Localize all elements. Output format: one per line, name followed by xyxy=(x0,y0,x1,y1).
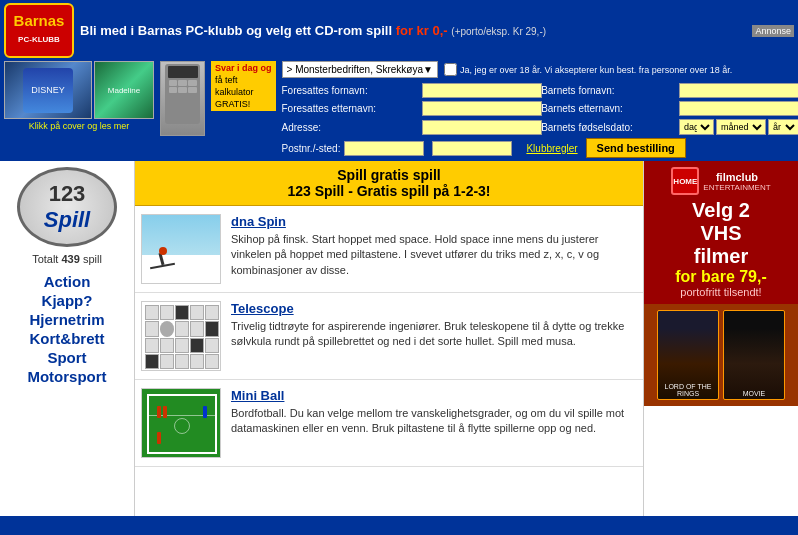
filmclub-sub: ENTERTAINMENT xyxy=(703,183,770,192)
dvd-covers: LORD OF THE RINGS MOVIE xyxy=(644,304,798,406)
cover-images: DISNEY Madeline Klikk på cover og les me… xyxy=(4,61,154,131)
game-info-telescope: Telescope Trivelig tidtrøyte for aspirer… xyxy=(231,301,637,350)
filmclub-price: for bare 79,- xyxy=(675,268,767,286)
item-gratis: GRATIS! xyxy=(215,99,272,109)
nav-kjapp[interactable]: Kjapp? xyxy=(42,292,93,309)
game-title-dnaspin[interactable]: dna Spin xyxy=(231,214,637,229)
nav-motorsport[interactable]: Motorsport xyxy=(27,368,106,385)
nav-kortbrett[interactable]: Kort&brett xyxy=(30,330,105,347)
registration-form: > Monsterbedriften, Skrekkøya ▼ Ja, jeg … xyxy=(282,61,794,158)
game-item-telescope: Telescope Trivelig tidtrøyte for aspirer… xyxy=(135,293,643,380)
nav-sport[interactable]: Sport xyxy=(47,349,86,366)
cover-caption: Klikk på cover og les mer xyxy=(4,121,154,131)
disney-cover[interactable]: DISNEY xyxy=(4,61,92,119)
games-header: Spill gratis spill 123 Spill - Gratis sp… xyxy=(135,161,643,206)
postnr-input[interactable] xyxy=(344,141,424,156)
games-header-line2: 123 Spill - Gratis spill på 1-2-3! xyxy=(135,183,643,199)
dropdown-arrow: ▼ xyxy=(423,64,433,75)
foresattes-etternavn-input[interactable] xyxy=(422,101,542,116)
filmclub-vhs: VHS xyxy=(700,222,741,245)
game-thumb-telescope xyxy=(141,301,221,371)
foresattes-fornavn-label: Foresattes fornavn: xyxy=(282,85,419,96)
dvd-cover-1[interactable]: LORD OF THE RINGS xyxy=(657,310,719,400)
game-thumb-dnaspin xyxy=(141,214,221,284)
barnets-fornavn-input[interactable] xyxy=(679,83,798,98)
annonse-tag: Annonse xyxy=(752,25,794,37)
game-item-dnaspin: dna Spin Skihop på finsk. Start hoppet m… xyxy=(135,206,643,293)
adresse-input[interactable] xyxy=(422,120,542,135)
adresse-label: Adresse: xyxy=(282,122,419,133)
filmclub-promo: HOME filmclub ENTERTAINMENT Velg 2 VHS f… xyxy=(644,161,798,304)
home-logo: HOME xyxy=(671,167,699,195)
game-title-miniball[interactable]: Mini Ball xyxy=(231,388,637,403)
item-teft: få teft xyxy=(215,75,272,85)
dob-selects: dag måned år xyxy=(679,119,794,135)
filmclub-port: portofritt tilsendt! xyxy=(680,286,761,298)
game-title-telescope[interactable]: Telescope xyxy=(231,301,637,316)
age-checkbox[interactable] xyxy=(444,63,457,76)
postnr-label: Postnr./-sted: xyxy=(282,143,341,154)
game-thumb-miniball xyxy=(141,388,221,458)
logo-123spill: 123 Spill xyxy=(17,167,117,247)
nav-hjernetrim[interactable]: Hjernetrim xyxy=(29,311,104,328)
item-kalkulator: kalkulator xyxy=(215,87,272,97)
total-count: Totalt 439 spill xyxy=(32,253,102,265)
game-info-miniball: Mini Ball Bordfotball. Du kan velge mell… xyxy=(231,388,637,437)
barnets-fornavn-label: Barnets fornavn: xyxy=(541,85,675,96)
game-desc-dnaspin: Skihop på finsk. Start hoppet med space.… xyxy=(231,232,637,278)
game-item-miniball: Mini Ball Bordfotball. Du kan velge mell… xyxy=(135,380,643,467)
filmclub-title: filmclub xyxy=(703,171,770,183)
sted-input[interactable] xyxy=(432,141,512,156)
promo-text: Bli med i Barnas PC-klubb og velg ett CD… xyxy=(80,23,746,38)
logo-number: 123 xyxy=(49,181,86,207)
maned-select[interactable]: måned xyxy=(716,119,766,135)
send-button[interactable]: Send bestilling xyxy=(586,138,686,158)
logo-spill: Spill xyxy=(44,207,90,233)
game-desc-miniball: Bordfotball. Du kan velge mellom tre van… xyxy=(231,406,637,437)
age-checkbox-label: Ja, jeg er over 18 år. Vi aksepterer kun… xyxy=(460,65,732,75)
game-info-dnaspin: dna Spin Skihop på finsk. Start hoppet m… xyxy=(231,214,637,278)
filmclub-filmer: filmer xyxy=(694,245,748,268)
phone-image xyxy=(160,61,205,136)
foresattes-etternavn-label: Foresattes etternavn: xyxy=(282,103,419,114)
games-header-line1: Spill gratis spill xyxy=(135,167,643,183)
ar-select[interactable]: år xyxy=(768,119,798,135)
center-content: Spill gratis spill 123 Spill - Gratis sp… xyxy=(135,161,643,516)
store-dropdown[interactable]: > Monsterbedriften, Skrekkøya ▼ xyxy=(282,61,438,78)
foresattes-fornavn-input[interactable] xyxy=(422,83,542,98)
promo-free: for kr 0,- xyxy=(396,23,448,38)
promo-extra: (+porto/eksp. Kr 29,-) xyxy=(451,26,546,37)
game-desc-telescope: Trivelig tidtrøyte for aspirerende ingen… xyxy=(231,319,637,350)
barnas-logo: Barnas PC-KLUBB xyxy=(4,3,74,58)
nav-action[interactable]: Action xyxy=(44,273,91,290)
dvd-cover-2[interactable]: MOVIE xyxy=(723,310,785,400)
game-cover-2[interactable]: Madeline xyxy=(94,61,154,119)
postnr-row: Postnr./-sted: Klubbregler Send bestilli… xyxy=(282,138,794,158)
form-grid: Foresattes fornavn: Barnets fornavn: For… xyxy=(282,83,794,135)
barnets-etternavn-label: Barnets etternavn: xyxy=(541,103,675,114)
promo-items: Svar i dag og få teft kalkulator GRATIS! xyxy=(211,61,276,111)
barnets-fodseldato-label: Barnets fødselsdato: xyxy=(541,122,675,133)
barnets-etternavn-input[interactable] xyxy=(679,101,798,116)
dag-select[interactable]: dag xyxy=(679,119,714,135)
svar-text: Svar i dag og xyxy=(215,63,272,73)
content-row: 123 Spill Totalt 439 spill Action Kjapp?… xyxy=(0,161,798,516)
klubbregler-link[interactable]: Klubbregler xyxy=(526,143,577,154)
top-section: Barnas PC-KLUBB Bli med i Barnas PC-klub… xyxy=(0,0,798,161)
nav-links: Action Kjapp? Hjernetrim Kort&brett Spor… xyxy=(27,273,106,385)
left-sidebar: 123 Spill Totalt 439 spill Action Kjapp?… xyxy=(0,161,135,516)
right-sidebar: HOME filmclub ENTERTAINMENT Velg 2 VHS f… xyxy=(643,161,798,516)
filmclub-velg: Velg 2 xyxy=(692,199,750,222)
